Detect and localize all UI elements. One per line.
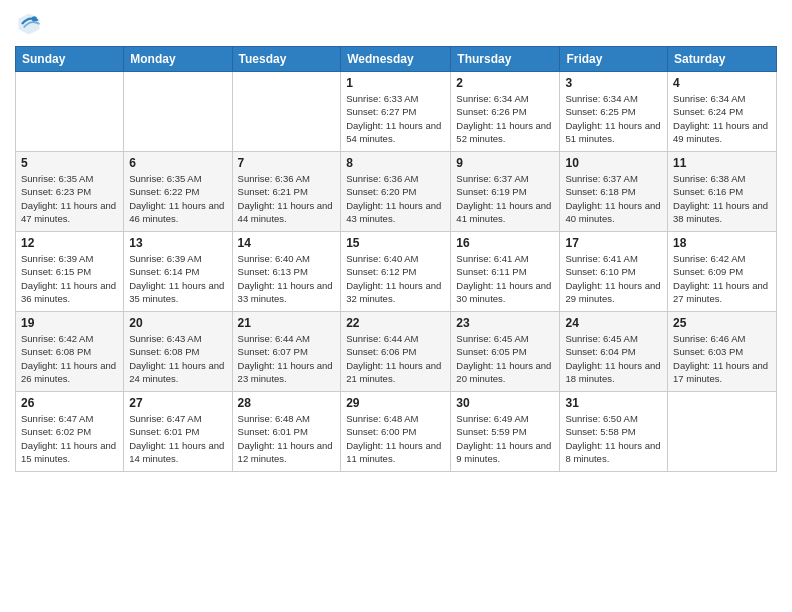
day-cell [232,72,341,152]
day-cell: 7Sunrise: 6:36 AMSunset: 6:21 PMDaylight… [232,152,341,232]
page: SundayMondayTuesdayWednesdayThursdayFrid… [0,0,792,612]
day-cell: 25Sunrise: 6:46 AMSunset: 6:03 PMDayligh… [668,312,777,392]
day-info: Sunrise: 6:33 AMSunset: 6:27 PMDaylight:… [346,92,445,145]
day-cell [16,72,124,152]
day-number: 4 [673,76,771,90]
day-cell: 16Sunrise: 6:41 AMSunset: 6:11 PMDayligh… [451,232,560,312]
day-cell: 27Sunrise: 6:47 AMSunset: 6:01 PMDayligh… [124,392,232,472]
day-info: Sunrise: 6:36 AMSunset: 6:21 PMDaylight:… [238,172,336,225]
day-info: Sunrise: 6:48 AMSunset: 6:01 PMDaylight:… [238,412,336,465]
day-number: 13 [129,236,226,250]
day-cell: 14Sunrise: 6:40 AMSunset: 6:13 PMDayligh… [232,232,341,312]
day-number: 30 [456,396,554,410]
col-header-saturday: Saturday [668,47,777,72]
col-header-wednesday: Wednesday [341,47,451,72]
header [15,10,777,38]
day-cell: 19Sunrise: 6:42 AMSunset: 6:08 PMDayligh… [16,312,124,392]
day-cell: 22Sunrise: 6:44 AMSunset: 6:06 PMDayligh… [341,312,451,392]
day-cell: 11Sunrise: 6:38 AMSunset: 6:16 PMDayligh… [668,152,777,232]
day-number: 3 [565,76,662,90]
day-number: 22 [346,316,445,330]
day-number: 21 [238,316,336,330]
day-cell: 12Sunrise: 6:39 AMSunset: 6:15 PMDayligh… [16,232,124,312]
svg-point-1 [32,16,37,21]
week-row-5: 26Sunrise: 6:47 AMSunset: 6:02 PMDayligh… [16,392,777,472]
day-number: 29 [346,396,445,410]
day-info: Sunrise: 6:35 AMSunset: 6:22 PMDaylight:… [129,172,226,225]
day-number: 24 [565,316,662,330]
day-number: 26 [21,396,118,410]
day-info: Sunrise: 6:42 AMSunset: 6:08 PMDaylight:… [21,332,118,385]
day-cell: 5Sunrise: 6:35 AMSunset: 6:23 PMDaylight… [16,152,124,232]
day-number: 1 [346,76,445,90]
col-header-monday: Monday [124,47,232,72]
day-number: 9 [456,156,554,170]
day-number: 23 [456,316,554,330]
calendar-table: SundayMondayTuesdayWednesdayThursdayFrid… [15,46,777,472]
day-info: Sunrise: 6:47 AMSunset: 6:01 PMDaylight:… [129,412,226,465]
day-info: Sunrise: 6:34 AMSunset: 6:24 PMDaylight:… [673,92,771,145]
day-info: Sunrise: 6:39 AMSunset: 6:15 PMDaylight:… [21,252,118,305]
day-info: Sunrise: 6:48 AMSunset: 6:00 PMDaylight:… [346,412,445,465]
day-info: Sunrise: 6:41 AMSunset: 6:11 PMDaylight:… [456,252,554,305]
day-cell: 30Sunrise: 6:49 AMSunset: 5:59 PMDayligh… [451,392,560,472]
day-number: 16 [456,236,554,250]
day-cell: 13Sunrise: 6:39 AMSunset: 6:14 PMDayligh… [124,232,232,312]
day-info: Sunrise: 6:40 AMSunset: 6:13 PMDaylight:… [238,252,336,305]
day-cell: 24Sunrise: 6:45 AMSunset: 6:04 PMDayligh… [560,312,668,392]
day-info: Sunrise: 6:35 AMSunset: 6:23 PMDaylight:… [21,172,118,225]
day-number: 25 [673,316,771,330]
day-number: 15 [346,236,445,250]
day-cell [668,392,777,472]
day-cell: 28Sunrise: 6:48 AMSunset: 6:01 PMDayligh… [232,392,341,472]
day-cell [124,72,232,152]
day-number: 14 [238,236,336,250]
day-number: 18 [673,236,771,250]
day-info: Sunrise: 6:50 AMSunset: 5:58 PMDaylight:… [565,412,662,465]
day-cell: 2Sunrise: 6:34 AMSunset: 6:26 PMDaylight… [451,72,560,152]
day-info: Sunrise: 6:39 AMSunset: 6:14 PMDaylight:… [129,252,226,305]
day-number: 28 [238,396,336,410]
day-number: 11 [673,156,771,170]
day-number: 17 [565,236,662,250]
day-cell: 1Sunrise: 6:33 AMSunset: 6:27 PMDaylight… [341,72,451,152]
week-row-2: 5Sunrise: 6:35 AMSunset: 6:23 PMDaylight… [16,152,777,232]
day-cell: 31Sunrise: 6:50 AMSunset: 5:58 PMDayligh… [560,392,668,472]
day-cell: 9Sunrise: 6:37 AMSunset: 6:19 PMDaylight… [451,152,560,232]
day-number: 10 [565,156,662,170]
day-info: Sunrise: 6:45 AMSunset: 6:05 PMDaylight:… [456,332,554,385]
day-number: 8 [346,156,445,170]
week-row-1: 1Sunrise: 6:33 AMSunset: 6:27 PMDaylight… [16,72,777,152]
day-info: Sunrise: 6:36 AMSunset: 6:20 PMDaylight:… [346,172,445,225]
day-info: Sunrise: 6:37 AMSunset: 6:18 PMDaylight:… [565,172,662,225]
day-info: Sunrise: 6:34 AMSunset: 6:25 PMDaylight:… [565,92,662,145]
day-cell: 20Sunrise: 6:43 AMSunset: 6:08 PMDayligh… [124,312,232,392]
day-number: 12 [21,236,118,250]
week-row-3: 12Sunrise: 6:39 AMSunset: 6:15 PMDayligh… [16,232,777,312]
day-info: Sunrise: 6:46 AMSunset: 6:03 PMDaylight:… [673,332,771,385]
day-info: Sunrise: 6:47 AMSunset: 6:02 PMDaylight:… [21,412,118,465]
day-info: Sunrise: 6:44 AMSunset: 6:07 PMDaylight:… [238,332,336,385]
day-info: Sunrise: 6:34 AMSunset: 6:26 PMDaylight:… [456,92,554,145]
col-header-thursday: Thursday [451,47,560,72]
day-info: Sunrise: 6:49 AMSunset: 5:59 PMDaylight:… [456,412,554,465]
day-info: Sunrise: 6:41 AMSunset: 6:10 PMDaylight:… [565,252,662,305]
day-number: 6 [129,156,226,170]
day-info: Sunrise: 6:37 AMSunset: 6:19 PMDaylight:… [456,172,554,225]
week-row-4: 19Sunrise: 6:42 AMSunset: 6:08 PMDayligh… [16,312,777,392]
day-number: 31 [565,396,662,410]
day-cell: 6Sunrise: 6:35 AMSunset: 6:22 PMDaylight… [124,152,232,232]
day-info: Sunrise: 6:45 AMSunset: 6:04 PMDaylight:… [565,332,662,385]
header-row: SundayMondayTuesdayWednesdayThursdayFrid… [16,47,777,72]
day-number: 2 [456,76,554,90]
day-number: 5 [21,156,118,170]
logo-icon [15,10,43,38]
day-number: 7 [238,156,336,170]
day-info: Sunrise: 6:42 AMSunset: 6:09 PMDaylight:… [673,252,771,305]
day-cell: 23Sunrise: 6:45 AMSunset: 6:05 PMDayligh… [451,312,560,392]
day-info: Sunrise: 6:43 AMSunset: 6:08 PMDaylight:… [129,332,226,385]
day-cell: 17Sunrise: 6:41 AMSunset: 6:10 PMDayligh… [560,232,668,312]
logo [15,10,47,38]
day-cell: 4Sunrise: 6:34 AMSunset: 6:24 PMDaylight… [668,72,777,152]
day-info: Sunrise: 6:40 AMSunset: 6:12 PMDaylight:… [346,252,445,305]
